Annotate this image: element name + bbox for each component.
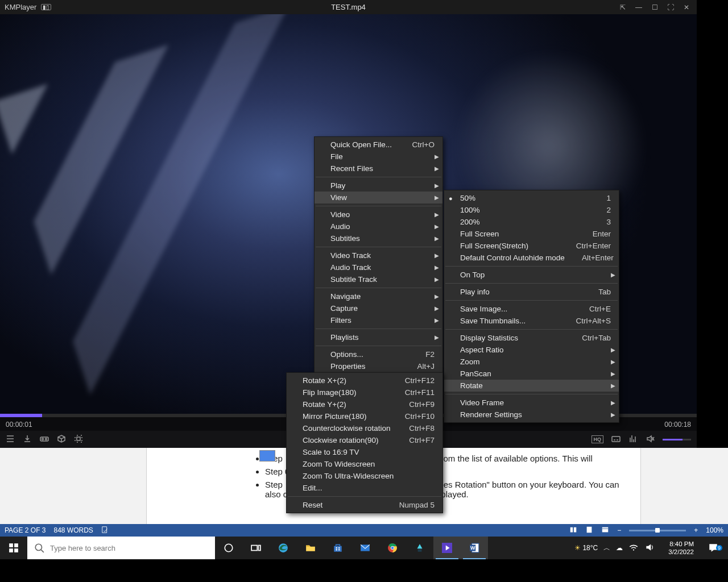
microsoft-store-icon[interactable] <box>324 537 351 559</box>
view-menu-item[interactable]: Default Control Autohide modeAlt+Enter <box>444 252 619 264</box>
zoom-slider[interactable] <box>629 530 686 531</box>
vr-icon[interactable] <box>40 434 49 445</box>
rotate-menu-item[interactable]: Zoom To Ultra-Widescreen <box>287 470 442 482</box>
edge-icon[interactable] <box>270 537 297 559</box>
view-menu-item[interactable]: Aspect Ratio▶ <box>444 344 619 356</box>
main-menu-item[interactable]: File▶ <box>315 151 442 163</box>
rotate-menu-item[interactable]: Zoom To Widescreen <box>287 458 442 470</box>
start-button[interactable] <box>0 537 27 559</box>
kmplayer-titlebar[interactable]: KMPlayer ▮▯ TEST.mp4 ⇱ — ☐ ⛶ ✕ <box>0 0 697 14</box>
svg-rect-13 <box>251 546 257 551</box>
fullscreen-button[interactable]: ⛶ <box>663 0 679 14</box>
tray-chevron-up-icon[interactable]: ︿ <box>603 543 610 553</box>
main-menu-item[interactable]: View▶ <box>315 192 442 203</box>
chevron-right-icon: ▶ <box>611 359 615 365</box>
rotate-menu-item[interactable]: Clockwise rotation(90)Ctrl+F7 <box>287 434 442 446</box>
notifications-button[interactable]: 9 <box>702 543 725 553</box>
view-menu-item[interactable]: Zoom▶ <box>444 356 619 368</box>
main-menu-item[interactable]: Video Track▶ <box>315 250 442 261</box>
svg-rect-17 <box>336 547 337 548</box>
rotate-menu-item[interactable]: Flip Image(180)Ctrl+F11 <box>287 386 442 398</box>
main-menu-item[interactable]: Quick Open File...Ctrl+O <box>315 139 442 151</box>
weather-widget[interactable]: ☀ 18°C <box>574 544 598 552</box>
view-menu-item[interactable]: 100%2 <box>444 204 619 216</box>
zoom-value[interactable]: 100% <box>706 526 723 534</box>
volume-slider[interactable] <box>663 439 691 440</box>
onedrive-icon[interactable]: ☁ <box>616 544 623 552</box>
file-explorer-icon[interactable] <box>297 537 324 559</box>
task-view-icon[interactable] <box>242 537 270 559</box>
menu-item-shortcut: Alt+Enter <box>582 253 614 262</box>
current-file-name: TEST.mp4 <box>331 3 366 11</box>
main-menu-item[interactable]: Capture▶ <box>315 302 442 314</box>
taskbar-search[interactable]: Type here to search <box>27 537 215 559</box>
rotate-menu-item[interactable]: Scale to 16:9 TV <box>287 446 442 458</box>
main-menu-item[interactable]: Recent Files▶ <box>315 163 442 174</box>
main-menu-item[interactable]: Navigate▶ <box>315 290 442 302</box>
chrome-icon[interactable] <box>379 537 406 559</box>
kmplayer-taskbar-icon[interactable] <box>433 537 461 559</box>
menu-item-shortcut: 3 <box>606 218 611 226</box>
zoom-in-button[interactable]: + <box>694 526 698 534</box>
taskbar-clock[interactable]: 8:40 PM 3/2/2022 <box>666 540 696 556</box>
hq-icon[interactable]: HQ <box>592 435 604 443</box>
main-menu-item[interactable]: Subtitle Track▶ <box>315 273 442 285</box>
main-menu-item[interactable]: Subtitles▶ <box>315 232 442 244</box>
view-menu-item[interactable]: Renderer Settings▶ <box>444 409 619 421</box>
maximize-button[interactable]: ☐ <box>647 0 663 14</box>
rotate-menu-item[interactable]: Rotate X+(2)Ctrl+F12 <box>287 375 442 386</box>
minimize-button[interactable]: — <box>631 0 647 14</box>
equalizer-icon[interactable] <box>628 434 638 445</box>
text: Step <box>265 480 283 489</box>
main-menu-item[interactable]: Options...F2 <box>315 348 442 360</box>
playlist-icon[interactable] <box>6 434 15 445</box>
main-menu-item[interactable]: Video▶ <box>315 209 442 221</box>
view-menu-item[interactable]: Rotate▶ <box>444 380 619 392</box>
view-menu-item[interactable]: Save Image...Ctrl+E <box>444 303 619 315</box>
pin-icon[interactable]: ⇱ <box>615 0 631 14</box>
read-mode-icon[interactable] <box>569 526 577 535</box>
crop-icon[interactable] <box>74 434 83 445</box>
close-button[interactable]: ✕ <box>679 0 694 14</box>
spellcheck-icon[interactable] <box>101 526 109 535</box>
view-menu-item[interactable]: Display StatisticsCtrl+Tab <box>444 332 619 344</box>
zoom-out-button[interactable]: − <box>617 526 621 534</box>
view-menu-item[interactable]: Save Thumbnails...Ctrl+Alt+S <box>444 315 619 327</box>
mail-icon[interactable] <box>351 537 379 559</box>
menu-item-label: Quick Open File... <box>330 140 395 149</box>
view-menu-item[interactable]: Play infoTab <box>444 286 619 298</box>
web-layout-icon[interactable] <box>601 526 609 535</box>
word-taskbar-icon[interactable]: W <box>461 537 488 559</box>
subtitle-icon[interactable] <box>611 434 621 445</box>
cortana-icon[interactable] <box>215 537 242 559</box>
rotate-menu-item[interactable]: ResetNumpad 5 <box>287 499 442 511</box>
view-menu-item[interactable]: Full Screen(Stretch)Ctrl+Enter <box>444 240 619 252</box>
wifi-icon[interactable] <box>628 542 639 554</box>
main-menu-item[interactable]: Play▶ <box>315 180 442 192</box>
view-menu-item[interactable]: 200%3 <box>444 216 619 228</box>
print-layout-icon[interactable] <box>585 526 593 535</box>
main-menu-item[interactable]: Audio▶ <box>315 221 442 232</box>
main-menu-item[interactable]: Playlists▶ <box>315 331 442 343</box>
mute-icon[interactable] <box>646 434 655 445</box>
download-icon[interactable] <box>23 434 32 445</box>
rotate-menu-item[interactable]: Counterclockwise rotationCtrl+F8 <box>287 422 442 434</box>
page-indicator[interactable]: PAGE 2 OF 3 <box>5 526 46 534</box>
main-menu-item[interactable]: PropertiesAlt+J <box>315 360 442 372</box>
3d-icon[interactable] <box>57 434 66 445</box>
view-menu-item[interactable]: On Top▶ <box>444 269 619 281</box>
main-menu-item[interactable]: Audio Track▶ <box>315 261 442 273</box>
svg-rect-10 <box>14 548 18 552</box>
view-menu-item[interactable]: Full ScreenEnter <box>444 228 619 240</box>
volume-icon[interactable] <box>644 542 655 554</box>
rotate-menu-item[interactable]: Mirror Picture(180)Ctrl+F10 <box>287 410 442 422</box>
menu-item-label: Navigate <box>330 292 435 301</box>
view-menu-item[interactable]: Video Frame▶ <box>444 397 619 409</box>
view-menu-item[interactable]: ●50%1 <box>444 192 619 204</box>
view-menu-item[interactable]: PanScan▶ <box>444 368 619 380</box>
rotate-menu-item[interactable]: Rotate Y+(2)Ctrl+F9 <box>287 398 442 410</box>
word-count[interactable]: 848 WORDS <box>53 526 93 534</box>
rotate-menu-item[interactable]: Edit... <box>287 482 442 494</box>
app-icon-1[interactable] <box>406 537 433 559</box>
main-menu-item[interactable]: Filters▶ <box>315 314 442 326</box>
